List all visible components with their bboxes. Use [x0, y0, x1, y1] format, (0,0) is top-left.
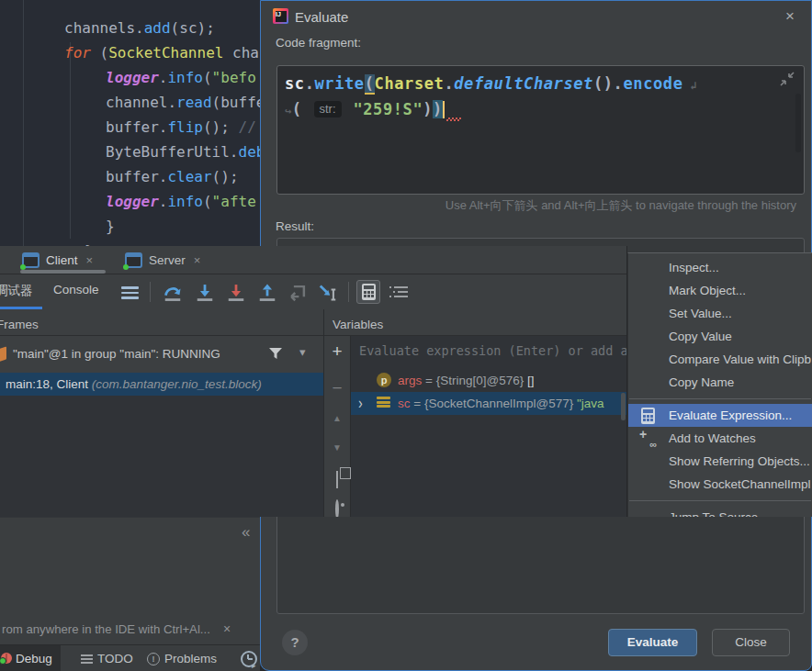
menu-item-compare-value-with-clipb[interactable]: Compare Value with Clipb [628, 348, 812, 371]
menu-item-label: Set Value... [669, 307, 732, 320]
step-into-icon[interactable] [195, 283, 215, 303]
selected-view-underline [0, 307, 42, 309]
variable-row-args[interactable]: p args = {String[0]@576} [] [351, 369, 627, 392]
menu-item-show-socketchannelimpl[interactable]: Show SocketChannelImpl [628, 473, 812, 496]
code-line: logger.info("befo [106, 65, 256, 90]
toolwindow-button-debug[interactable]: Debug [0, 645, 61, 671]
thread-label: "main"@1 in group "main": RUNNING [13, 347, 220, 361]
move-up-button[interactable]: ▲ [324, 413, 350, 423]
code-token: ) [423, 100, 433, 118]
code-token: flip [167, 118, 203, 136]
code-line: channel.read(buffe [106, 90, 265, 115]
layout-options-icon[interactable] [121, 286, 139, 302]
code-fragment-editor[interactable]: sc.write(Charset.defaultCharset().encode… [276, 65, 805, 195]
evaluate-button[interactable]: Evaluate [608, 629, 697, 656]
evaluate-expression-input[interactable]: Evaluate expression (Enter) or add a w [359, 343, 627, 358]
menu-item-evaluate-expression[interactable]: Evaluate Expression... [628, 404, 812, 427]
trace-stream-icon[interactable] [389, 286, 408, 300]
console-tab-icon [125, 252, 142, 268]
expand-chevron-icon[interactable]: › [358, 388, 363, 419]
parameter-icon: p [377, 373, 391, 387]
code-token: buffer. [106, 118, 167, 136]
code-token: SocketChannel [108, 44, 223, 62]
menu-item-label: Show SocketChannelImpl [669, 477, 811, 491]
intellij-logo-icon [273, 8, 288, 24]
collapse-editor-icon[interactable] [780, 72, 795, 86]
code-token: = [422, 374, 435, 387]
force-step-into-icon[interactable] [226, 283, 246, 303]
step-out-icon[interactable] [257, 283, 277, 303]
stack-frame-row[interactable]: main:18, Client (com.bantanger.nio_test.… [0, 373, 323, 396]
code-token: "259!S" [353, 100, 423, 118]
run-to-cursor-icon[interactable] [318, 283, 338, 303]
code-line: buffer.flip(); // [106, 115, 265, 140]
tab-client[interactable]: Client × [22, 250, 93, 270]
toolwindow-button-problems[interactable]: Problems [164, 652, 217, 665]
code-token: ) [433, 100, 443, 118]
code-token: (); [212, 168, 239, 185]
debug-tool-window: Client × Server × 调试器 Console [0, 246, 627, 517]
code-token: (); [203, 118, 239, 136]
toolwindow-button-todo[interactable]: TODO [97, 652, 133, 665]
help-button[interactable]: ? [282, 630, 308, 655]
code-token: {String[0]@576} [436, 374, 524, 387]
close-tab-icon[interactable]: × [86, 253, 94, 267]
indent-guide [70, 42, 71, 239]
menu-item-copy-value[interactable]: Copy Value [628, 325, 812, 348]
code-token: buffer. [106, 168, 167, 185]
duplicate-watch-button[interactable] [324, 472, 350, 488]
step-over-icon[interactable] [163, 283, 183, 303]
context-menu-list: Inspect...Mark Object...Set Value...Copy… [628, 253, 812, 517]
code-token: args [398, 374, 422, 387]
close-tab-icon[interactable]: × [194, 253, 201, 267]
chevron-down-icon[interactable]: ▾ [299, 345, 306, 359]
tab-debugger-view[interactable]: 调试器 [0, 283, 33, 299]
code-token: = [411, 397, 424, 410]
show-watches-button[interactable] [324, 501, 350, 517]
move-down-button[interactable]: ▼ [324, 442, 350, 453]
menu-item-show-referring-objects[interactable]: Show Referring Objects... [628, 450, 812, 473]
menu-separator [629, 500, 811, 501]
add-watch-button[interactable]: + [324, 341, 350, 362]
menu-item-copy-name[interactable]: Copy Name [628, 371, 812, 394]
code-token: (buffe [212, 94, 265, 111]
banner-close-icon[interactable]: × [223, 621, 231, 636]
code-token: write [315, 74, 365, 93]
evaluate-expression-icon[interactable] [356, 280, 380, 304]
menu-item-inspect[interactable]: Inspect... [628, 256, 812, 279]
tab-console-view[interactable]: Console [53, 283, 99, 296]
code-token: ↪ [285, 105, 292, 117]
variable-text: args = {String[0]@576} [] [398, 369, 534, 392]
remove-watch-button[interactable]: − [324, 378, 350, 398]
code-token: sc [398, 397, 411, 410]
menu-item-set-value[interactable]: Set Value... [628, 302, 812, 325]
code-token: ↲ [682, 79, 697, 92]
code-token: channels [64, 19, 135, 37]
filter-icon[interactable] [268, 346, 283, 361]
menu-item-jump-to-source[interactable]: Jump To Source [628, 506, 812, 517]
menu-separator [629, 398, 811, 399]
variable-row-sc[interactable]: › sc = {SocketChannelImpl@577} "java [351, 392, 627, 415]
add-to-watches-icon [639, 431, 656, 447]
code-line: buffer.clear(); [106, 164, 239, 189]
menu-item-label: Mark Object... [669, 284, 746, 297]
hide-panel-icon[interactable]: « [242, 523, 250, 542]
scrollbar-thumb[interactable] [621, 393, 626, 420]
toolbar-separator [150, 282, 151, 302]
close-button[interactable]: Close [712, 629, 790, 656]
menu-item-add-to-watches[interactable]: Add to Watches [628, 427, 812, 450]
scrollbar-thumb[interactable] [795, 94, 801, 152]
close-icon[interactable]: × [780, 6, 800, 27]
history-hint: Use Alt+向下箭头 and Alt+向上箭头 to navigate th… [445, 197, 796, 214]
menu-item-label: Inspect... [669, 261, 719, 274]
frame-location: main:18, Client [6, 377, 92, 391]
thread-selector[interactable]: "main"@1 in group "main": RUNNING ▾ [0, 336, 323, 373]
debugger-toolbar: 调试器 Console [0, 274, 626, 310]
code-token: } [106, 218, 115, 235]
code-token: "java [577, 397, 604, 410]
menu-item-mark-object[interactable]: Mark Object... [628, 279, 812, 302]
field-icon [377, 397, 390, 409]
menu-item-label: Compare Value with Clipb [669, 352, 811, 366]
debug-icon [1, 653, 12, 664]
tab-server[interactable]: Server × [125, 250, 200, 270]
